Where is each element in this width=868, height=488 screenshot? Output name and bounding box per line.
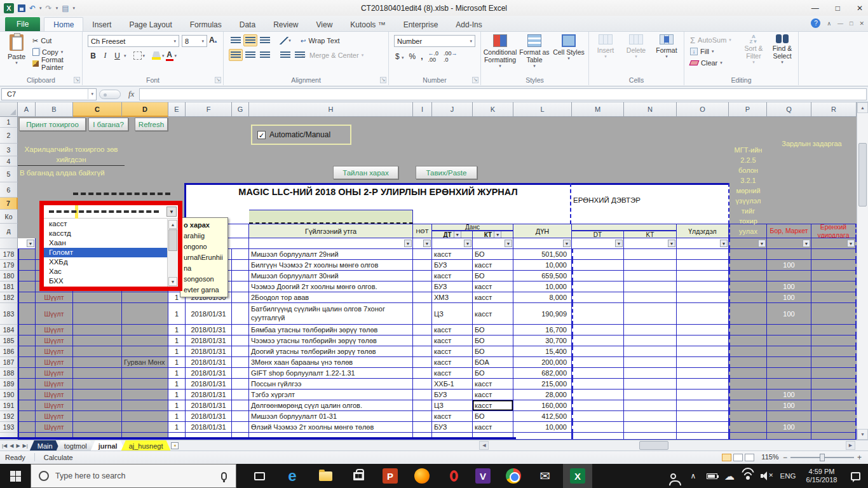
onedrive-icon[interactable]: ☁	[721, 464, 738, 488]
cell-n[interactable]	[624, 433, 677, 440]
cell-p[interactable]	[729, 325, 767, 336]
column-header-N[interactable]: N	[624, 102, 677, 117]
sheet-tab-aj_husnegt[interactable]: aj_husnegt	[121, 440, 171, 451]
cell-a[interactable]	[18, 271, 36, 281]
cell-nt[interactable]	[413, 390, 432, 400]
cell-o[interactable]	[677, 368, 729, 379]
row-header[interactable]: 180	[0, 271, 18, 281]
cell-dt[interactable]: касст	[432, 336, 473, 346]
cell-desc[interactable]: Өлзий Чээмээ 2т хоолны мөнгө төлөв	[249, 422, 413, 433]
cell-d[interactable]	[122, 336, 168, 346]
cell-d[interactable]	[122, 411, 168, 422]
opera-button[interactable]	[441, 464, 466, 488]
cell-no[interactable]: 1	[168, 400, 186, 411]
excel-taskbar-button[interactable]: X	[563, 464, 592, 488]
scroll-thumb[interactable]	[858, 143, 867, 207]
normal-view-icon[interactable]	[722, 454, 731, 461]
cell-dt[interactable]: ЦЗ	[432, 303, 473, 325]
cell-m[interactable]	[572, 336, 624, 346]
cell-b[interactable]: Шүүлт	[36, 292, 73, 303]
column-header-Q[interactable]: Q	[767, 102, 811, 117]
cell-kt[interactable]: касст	[473, 379, 513, 390]
filter-icon[interactable]: ▼	[668, 240, 675, 247]
cell-a[interactable]	[18, 336, 36, 346]
cell-no[interactable]: 1	[168, 357, 186, 368]
column-header-M[interactable]: M	[572, 102, 624, 117]
cell-g[interactable]	[232, 346, 249, 357]
cell-b[interactable]: Шүүлт	[36, 303, 73, 325]
cell-date[interactable]: 2018/01/31	[186, 368, 232, 379]
dropdown-item[interactable]: касст	[44, 219, 167, 229]
borders-icon[interactable]	[133, 51, 142, 60]
underline-button[interactable]: U	[112, 50, 123, 62]
cut-button[interactable]: ✂Cut	[31, 35, 82, 46]
cell-nt[interactable]	[413, 346, 432, 357]
cell-no[interactable]: 1	[168, 422, 186, 433]
column-header-O[interactable]: O	[677, 102, 729, 117]
cell-nt[interactable]	[413, 336, 432, 346]
cell-m[interactable]	[572, 303, 624, 325]
store-button[interactable]	[346, 464, 371, 488]
cell-date[interactable]: 2018/01/31	[186, 400, 232, 411]
column-header-D[interactable]: D	[122, 102, 168, 117]
name-box-dropdown-icon[interactable]: ▾	[88, 89, 96, 99]
row-header[interactable]: 183	[0, 303, 18, 325]
cell-m[interactable]	[572, 433, 624, 440]
font-name-select[interactable]: Ch Freeset▾	[88, 35, 179, 47]
cell-p[interactable]	[729, 379, 767, 390]
firefox-button[interactable]	[409, 464, 435, 488]
scroll-thumb[interactable]	[168, 229, 177, 251]
borders-dropdown-icon[interactable]: ▾	[143, 53, 146, 58]
cell-m[interactable]	[572, 390, 624, 400]
orientation-button[interactable]: ▾	[278, 34, 292, 46]
header-account[interactable]: Данс	[432, 224, 513, 231]
cell-r[interactable]	[811, 336, 857, 346]
cell-g[interactable]	[232, 303, 249, 325]
cell-date[interactable]: 2018/01/31	[186, 346, 232, 357]
cell-desc[interactable]: GIFT shop борлуулалт 1.22-1.31	[249, 368, 413, 379]
cell-m[interactable]	[572, 379, 624, 390]
align-bottom-button[interactable]	[258, 34, 272, 46]
ribbon-tab-enterprise[interactable]: Enterprise	[395, 18, 447, 31]
cell-q[interactable]	[767, 433, 811, 440]
cell-b[interactable]: Шүүлт	[36, 411, 73, 422]
merge-center-button[interactable]: ⇔Merge & Center▾	[299, 50, 365, 61]
cell-c[interactable]	[73, 390, 122, 400]
name-box[interactable]: C7▾	[1, 88, 97, 100]
cell-n[interactable]	[624, 325, 677, 336]
cell-dt[interactable]: касст	[432, 346, 473, 357]
header-ledger-kt[interactable]: KT	[624, 231, 677, 238]
column-header-R[interactable]: R	[811, 102, 857, 117]
cell-g[interactable]	[232, 271, 249, 281]
cell-r[interactable]	[811, 292, 857, 303]
start-button[interactable]	[0, 464, 31, 488]
cell-r[interactable]	[811, 249, 857, 260]
clear-button[interactable]: Clear▾	[688, 57, 733, 69]
minimize-button[interactable]: —	[811, 4, 819, 13]
maximize-button[interactable]: □	[836, 4, 840, 13]
first-sheet-icon[interactable]: |◀	[2, 443, 7, 449]
cell-amt[interactable]: 16,700	[513, 325, 572, 336]
cell-m[interactable]	[572, 346, 624, 357]
cell-c[interactable]	[73, 411, 122, 422]
cell-g[interactable]	[232, 411, 249, 422]
cell-m[interactable]	[572, 400, 624, 411]
automatic-manual-checkbox[interactable]: ✓	[257, 131, 266, 139]
cell-q[interactable]	[767, 325, 811, 336]
filter-icon[interactable]: ▼	[454, 231, 461, 238]
cell-dt[interactable]: касст	[432, 325, 473, 336]
cell-c[interactable]	[73, 303, 122, 325]
zoom-out-icon[interactable]: −	[783, 453, 787, 462]
cell-no[interactable]: 1	[168, 325, 186, 336]
cell-r[interactable]	[811, 325, 857, 336]
cell-g[interactable]	[232, 400, 249, 411]
header-bor-market[interactable]: Бор, Маркет	[767, 224, 811, 238]
cell-amt[interactable]: 659,500	[513, 271, 572, 281]
italic-button[interactable]: I	[100, 50, 111, 62]
battery-icon[interactable]	[703, 464, 721, 488]
cell-q[interactable]	[767, 249, 811, 260]
column-header-I[interactable]: I	[413, 102, 432, 117]
cell-r[interactable]	[811, 271, 857, 281]
dropdown-scrollbar[interactable]: ▲ ▼	[167, 219, 178, 287]
cell-date[interactable]: 2018/01/31	[186, 336, 232, 346]
